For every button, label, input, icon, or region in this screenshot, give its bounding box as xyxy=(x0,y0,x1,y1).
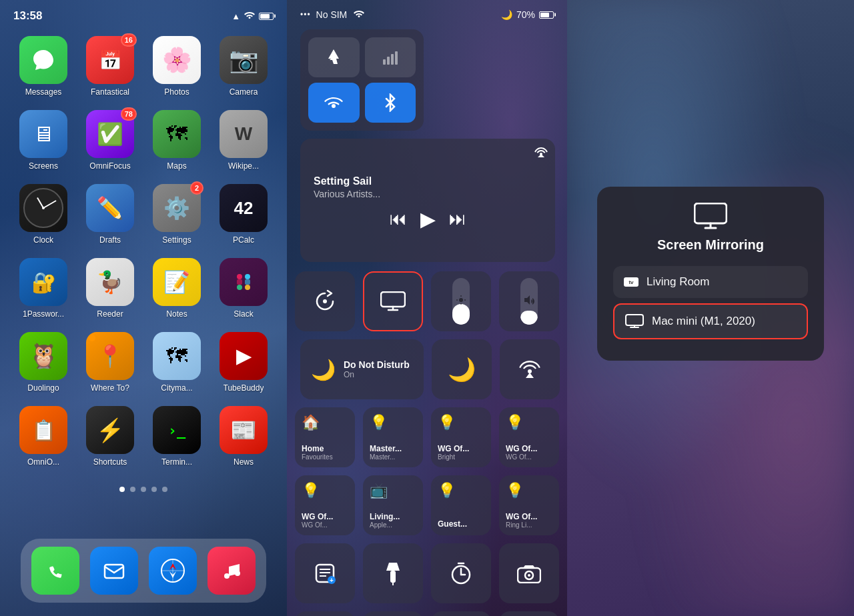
app-wikipedia[interactable]: W Wikipe... xyxy=(214,110,274,171)
airplay-audio-button[interactable] xyxy=(500,339,560,399)
brightness-control[interactable] xyxy=(431,271,491,331)
drafts-label: Drafts xyxy=(99,235,121,245)
home-scene-title-2: Master... xyxy=(370,444,402,453)
light-icon-5: 💡 xyxy=(438,482,456,499)
prev-button[interactable]: ⏮ xyxy=(390,209,407,229)
dock xyxy=(21,539,266,603)
light-icon-4: 💡 xyxy=(302,482,320,499)
app-screens[interactable]: 🖥 Screens xyxy=(13,110,73,171)
news-label: News xyxy=(234,457,254,467)
shortcuts-label: Shortcuts xyxy=(93,457,127,467)
app-terminal[interactable]: ›_ Termin... xyxy=(147,406,207,467)
home-scene-sub-2: Master... xyxy=(370,453,402,461)
light-icon-2: 💡 xyxy=(438,414,456,431)
accessibility-button[interactable] xyxy=(431,611,491,616)
app-omnioutliner[interactable]: 📋 OmniO... xyxy=(13,406,73,467)
mac-mini-label: Mac mini (M1, 2020) xyxy=(652,315,755,328)
app-camera[interactable]: 📷 Camera xyxy=(214,36,274,97)
slack-icon xyxy=(220,258,268,306)
living-room-label: Living Room xyxy=(647,275,710,289)
music-tile[interactable]: Setting Sail Various Artists... ⏮ ▶ ⏭ xyxy=(300,139,555,262)
home-screen: 13:58 ▲ Messages xyxy=(0,0,287,616)
qr-code-button[interactable] xyxy=(499,611,559,616)
page-dot-4[interactable] xyxy=(151,487,157,492)
cellular-button[interactable] xyxy=(365,37,416,77)
remote-button[interactable] xyxy=(295,611,355,616)
dock-mail[interactable] xyxy=(90,547,138,595)
dock-safari[interactable] xyxy=(149,547,197,595)
home-master-tile[interactable]: 💡 Master... Master... xyxy=(363,407,423,467)
next-button[interactable]: ⏭ xyxy=(449,209,466,229)
volume-control[interactable] xyxy=(499,271,559,331)
magnifier-button[interactable] xyxy=(363,611,423,616)
app-photos[interactable]: 🌸 Photos xyxy=(147,36,207,97)
dock-music[interactable] xyxy=(207,547,256,595)
connectivity-block xyxy=(300,29,424,131)
home-wg2-tile[interactable]: 💡 WG Of... WG Of... xyxy=(499,407,559,467)
home-scene2-title-1: WG Of... xyxy=(302,512,333,521)
settings-icon: ⚙️ 2 xyxy=(153,184,201,232)
app-messages[interactable]: Messages xyxy=(13,36,73,97)
app-whereto[interactable]: 📍 Where To? xyxy=(80,332,140,393)
svg-rect-8 xyxy=(105,565,123,578)
app-citymaps[interactable]: 🗺 Cityma... xyxy=(147,332,207,393)
svg-rect-69 xyxy=(626,315,643,325)
app-omnifocus[interactable]: ✅ 78 OmniFocus xyxy=(80,110,140,171)
page-dot-3[interactable] xyxy=(141,487,146,492)
cc-status-bar: ••• No SIM 🌙 70% xyxy=(287,0,567,20)
cc-battery-bar xyxy=(539,11,554,19)
home-wg1-tile[interactable]: 💡 WG Of... Bright xyxy=(431,407,491,467)
home-appletv-tile[interactable]: 📺 Living... Apple... xyxy=(363,475,423,535)
timer-button[interactable] xyxy=(431,543,491,603)
living-room-device[interactable]: tv Living Room xyxy=(613,266,808,298)
rotation-lock-button[interactable] xyxy=(295,271,355,331)
svg-point-3 xyxy=(245,274,250,279)
moon-icon: 🌙 xyxy=(501,9,512,20)
airplane-mode-button[interactable] xyxy=(308,37,360,77)
app-maps[interactable]: 🗺 Maps xyxy=(147,110,207,171)
music-artist: Various Artists... xyxy=(314,189,544,199)
svg-point-14 xyxy=(224,573,230,579)
flashlight-button[interactable] xyxy=(363,543,423,603)
reeder-label: Reeder xyxy=(97,309,123,319)
app-tubebuddy[interactable]: ▶ TubeBuddy xyxy=(214,332,274,393)
light-icon-3: 💡 xyxy=(506,414,524,431)
home-guest-tile[interactable]: 💡 Guest... xyxy=(431,475,491,535)
cc-right-status: 🌙 70% xyxy=(501,9,554,20)
focus-button[interactable]: 🌙 xyxy=(432,339,492,399)
sm-title: Screen Mirroring xyxy=(657,237,764,253)
app-shortcuts[interactable]: ⚡ Shortcuts xyxy=(80,406,140,467)
home-wg4-tile[interactable]: 💡 WG Of... Ring Li... xyxy=(499,475,559,535)
signal-dots: ••• xyxy=(300,10,311,19)
app-settings[interactable]: ⚙️ 2 Settings xyxy=(147,184,207,245)
screen-mirror-button[interactable] xyxy=(363,271,423,331)
app-fantastical[interactable]: 📅 16 Fantastical xyxy=(80,36,140,97)
news-icon: 📰 xyxy=(220,406,268,454)
app-1password[interactable]: 🔐 1Passwor... xyxy=(13,258,73,319)
duolingo-icon: 🦉 xyxy=(19,332,67,380)
bluetooth-button[interactable] xyxy=(365,83,416,123)
notes-widget-button[interactable]: + xyxy=(295,543,355,603)
app-news[interactable]: 📰 News xyxy=(214,406,274,467)
mac-mini-device[interactable]: Mac mini (M1, 2020) xyxy=(613,303,808,339)
app-clock[interactable]: Clock xyxy=(13,184,73,245)
omnifocus-icon: ✅ 78 xyxy=(86,110,134,158)
home-favorites-tile[interactable]: 🏠 Home Favourites xyxy=(295,407,355,467)
wifi-button[interactable] xyxy=(308,83,360,123)
app-notes[interactable]: 📝 Notes xyxy=(147,258,207,319)
camera-button[interactable] xyxy=(499,543,559,603)
page-dot-5[interactable] xyxy=(162,487,167,492)
page-dot-2[interactable] xyxy=(130,487,135,492)
app-drafts[interactable]: ✏️ Drafts xyxy=(80,184,140,245)
do-not-disturb-button[interactable]: 🌙 Do Not Disturb On xyxy=(300,339,424,399)
home-wg3-tile[interactable]: 💡 WG Of... WG Of... xyxy=(295,475,355,535)
app-duolingo[interactable]: 🦉 Duolingo xyxy=(13,332,73,393)
page-dot-1[interactable] xyxy=(119,487,125,492)
airplay-button[interactable] xyxy=(534,145,548,163)
play-button[interactable]: ▶ xyxy=(420,207,436,231)
app-reeder[interactable]: 🦆 Reeder xyxy=(80,258,140,319)
app-slack[interactable]: Slack xyxy=(214,258,274,319)
sm-header: Screen Mirroring xyxy=(613,203,808,253)
app-pcalc[interactable]: 42 PCalc xyxy=(214,184,274,245)
dock-phone[interactable] xyxy=(31,547,79,595)
